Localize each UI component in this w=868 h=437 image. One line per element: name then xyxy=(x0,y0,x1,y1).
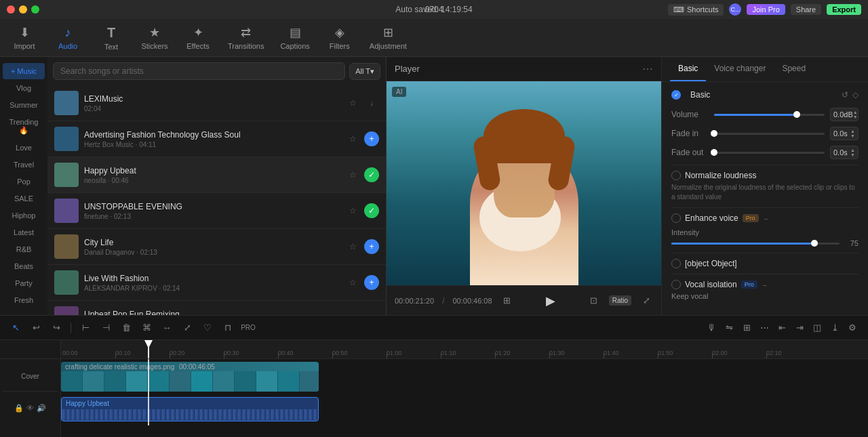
minimize-button[interactable] xyxy=(19,5,27,14)
fade-out-up[interactable]: ▲ xyxy=(850,148,855,152)
volume-value[interactable]: 0.0dB ▲ ▼ xyxy=(830,108,859,121)
tl-tool-1[interactable]: ⇋ xyxy=(722,320,736,335)
download-button[interactable]: ↓ xyxy=(364,96,379,110)
cat-music[interactable]: + Music xyxy=(3,63,45,79)
toolbar-adjustment[interactable]: ⊞ Adjustment xyxy=(370,25,407,50)
video-clip[interactable]: crafting delicate realistic images.png 0… xyxy=(61,362,319,392)
maximize-button[interactable] xyxy=(31,5,39,14)
tl-tool-7[interactable]: ⤓ xyxy=(827,320,842,335)
cat-rb[interactable]: R&B xyxy=(3,241,45,257)
list-item[interactable]: Happy Upbeat neosifa · 00:46 ☆ ✓ xyxy=(47,157,386,193)
cat-beats[interactable]: Beats xyxy=(3,258,45,274)
fade-out-down[interactable]: ▼ xyxy=(850,152,855,157)
tl-tool-6[interactable]: ◫ xyxy=(810,320,825,335)
track-volume[interactable]: 🔊 xyxy=(37,404,46,413)
reset-button[interactable]: ↺ xyxy=(842,90,848,100)
enhance-toggle[interactable] xyxy=(671,213,681,223)
playhead[interactable] xyxy=(148,340,149,358)
toolbar-import[interactable]: ⬇ Import xyxy=(11,25,38,50)
vocal-isolation-toggle[interactable] xyxy=(671,280,681,289)
cat-love[interactable]: Love xyxy=(3,140,45,156)
tl-tool-4[interactable]: ⇤ xyxy=(774,320,789,335)
trim-start-tool[interactable]: ⊣ xyxy=(98,320,113,335)
fade-in-down[interactable]: ▼ xyxy=(850,133,855,138)
cat-fresh[interactable]: Fresh xyxy=(3,292,45,308)
fade-out-value[interactable]: 0.0s ▲ ▼ xyxy=(830,146,859,159)
list-item[interactable]: Live With Fashion ALEKSANDAR KIPROV · 02… xyxy=(47,265,386,301)
ratio-button[interactable]: Ratio xyxy=(609,295,631,306)
toolbar-audio[interactable]: ♪ Audio xyxy=(54,26,81,50)
tab-basic[interactable]: Basic xyxy=(670,57,706,81)
grid-icon[interactable]: ⊞ xyxy=(500,294,514,308)
fade-out-slider[interactable] xyxy=(714,152,825,154)
favorite-button[interactable]: ☆ xyxy=(345,239,360,254)
cat-latest[interactable]: Latest xyxy=(3,224,45,241)
tl-settings[interactable]: ⚙ xyxy=(845,320,860,335)
cat-sale[interactable]: SALE xyxy=(3,190,45,207)
copy-button[interactable]: ◇ xyxy=(852,90,859,100)
transform-tool[interactable]: ⤢ xyxy=(180,320,195,335)
track-eye[interactable]: 👁 xyxy=(26,404,34,412)
favorite-button[interactable]: ☆ xyxy=(345,167,360,182)
select-tool[interactable]: ↖ xyxy=(8,320,23,335)
shortcuts-button[interactable]: ⌨Shortcuts xyxy=(668,4,724,16)
tl-tool-2[interactable]: ⊞ xyxy=(739,320,754,335)
track-lock[interactable]: 🔒 xyxy=(14,404,24,413)
list-item[interactable]: UNSTOPPABLE EVENING finetune · 02:13 ☆ ✓ xyxy=(47,193,386,229)
add-button[interactable]: ✓ xyxy=(364,203,379,218)
cat-party[interactable]: Party xyxy=(3,275,45,291)
fade-in-up[interactable]: ▲ xyxy=(850,129,855,133)
favorite-button[interactable]: ☆ xyxy=(345,203,360,218)
volume-up[interactable]: ▲ xyxy=(853,110,858,115)
audio-clip[interactable]: Happy Upbeat xyxy=(61,397,319,421)
play-button[interactable]: ▶ xyxy=(546,293,555,308)
add-button[interactable]: + xyxy=(364,239,379,254)
toolbar-text[interactable]: T Text xyxy=(98,25,125,51)
volume-slider[interactable] xyxy=(714,114,825,116)
toolbar-effects[interactable]: ✦ Effects xyxy=(184,25,212,50)
toolbar-captions[interactable]: ▤ Captions xyxy=(280,25,309,50)
fade-in-slider[interactable] xyxy=(714,133,825,135)
add-button[interactable]: + xyxy=(364,275,379,290)
shield-tool[interactable]: ⊓ xyxy=(220,320,235,335)
favorite-button[interactable]: ☆ xyxy=(345,131,360,146)
cat-trending[interactable]: Trending🔥 xyxy=(3,114,45,139)
tl-tool-5[interactable]: ⇥ xyxy=(792,320,807,335)
undo-tool[interactable]: ↩ xyxy=(28,320,43,335)
list-item[interactable]: City Life Danail Draganov · 02:13 ☆ + xyxy=(47,229,386,265)
duration-tool[interactable]: ↔ xyxy=(159,320,174,335)
tab-voice-changer[interactable]: Voice changer xyxy=(706,57,774,81)
cat-summer[interactable]: Summer xyxy=(3,97,45,113)
favorite-button[interactable]: ☆ xyxy=(345,96,360,110)
fullscreen-icon[interactable]: ⤢ xyxy=(639,294,653,308)
cat-hiphop[interactable]: Hiphop xyxy=(3,207,45,224)
list-item[interactable]: Advertising Fashion Technology Glass Sou… xyxy=(47,121,386,157)
export-button[interactable]: Export xyxy=(827,4,861,15)
share-button[interactable]: Share xyxy=(791,4,821,15)
split-tool[interactable]: ⊢ xyxy=(78,320,93,335)
intensity-slider[interactable] xyxy=(671,243,840,245)
pro-tool[interactable]: PRO xyxy=(241,320,256,335)
list-item[interactable]: LEXIMusic 02:04 ☆ ↓ xyxy=(47,85,386,121)
toolbar-transitions[interactable]: ⇄ Transitions xyxy=(228,25,264,50)
player-menu-button[interactable]: ⋯ xyxy=(642,62,653,75)
all-tab[interactable]: All T▾ xyxy=(349,63,380,80)
fade-in-value[interactable]: 0.0s ▲ ▼ xyxy=(830,127,859,140)
add-button[interactable]: + xyxy=(364,131,379,146)
cat-travel[interactable]: Travel xyxy=(3,157,45,173)
list-item[interactable]: Upbeat Pop Fun Remixing Aleksei Guz · 02… xyxy=(47,301,386,315)
join-pro-button[interactable]: Join Pro xyxy=(747,4,785,15)
fit-icon[interactable]: ⊡ xyxy=(587,294,601,308)
favorite-tool[interactable]: ♡ xyxy=(200,320,215,335)
add-button[interactable]: ✓ xyxy=(364,167,379,182)
basic-toggle[interactable] xyxy=(671,90,681,100)
mic-icon[interactable]: 🎙 xyxy=(704,320,719,335)
cat-vlog[interactable]: Vlog xyxy=(3,80,45,96)
normalize-toggle[interactable] xyxy=(671,171,681,180)
toolbar-stickers[interactable]: ★ Stickers xyxy=(141,25,168,50)
cat-pop[interactable]: Pop xyxy=(3,173,45,190)
tab-speed[interactable]: Speed xyxy=(774,57,814,81)
reduce-noise-toggle[interactable] xyxy=(671,259,681,268)
close-button[interactable] xyxy=(7,5,15,14)
redo-tool[interactable]: ↪ xyxy=(49,320,64,335)
